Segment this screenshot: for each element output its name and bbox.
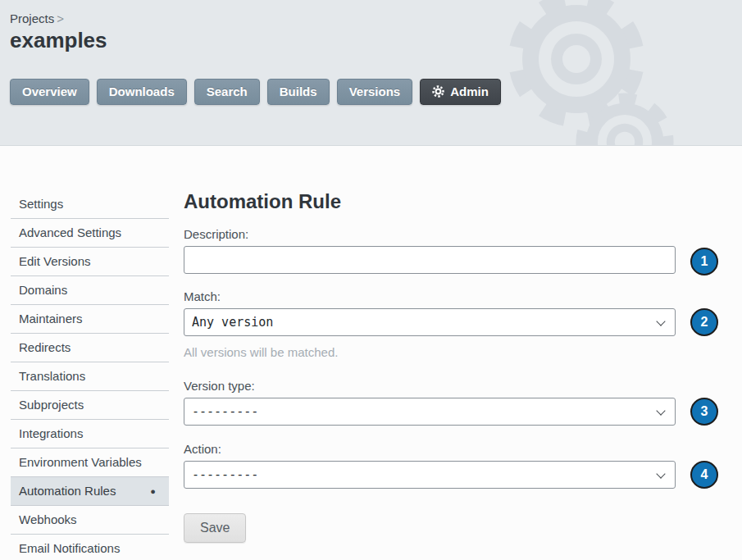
sidebar-item-settings[interactable]: Settings xyxy=(11,190,169,219)
sidebar-item-email-notifications[interactable]: Email Notifications xyxy=(11,535,169,560)
action-field: Action: --------- 4 xyxy=(184,442,676,489)
tab-builds[interactable]: Builds xyxy=(267,79,330,105)
breadcrumb-separator: > xyxy=(57,11,64,25)
tab-overview[interactable]: Overview xyxy=(10,79,89,105)
version-type-label: Version type: xyxy=(184,379,676,393)
tab-downloads[interactable]: Downloads xyxy=(97,79,187,105)
match-select[interactable]: Any version xyxy=(184,308,676,336)
action-label: Action: xyxy=(184,442,676,456)
step-badge-4: 4 xyxy=(690,461,718,489)
tab-versions[interactable]: Versions xyxy=(337,79,413,105)
form-title: Automation Rule xyxy=(184,190,676,213)
match-label: Match: xyxy=(184,289,676,303)
tab-admin-label: Admin xyxy=(450,84,489,98)
sidebar-item-integrations[interactable]: Integrations xyxy=(11,420,169,448)
project-header: Projects> examples Overview Downloads Se… xyxy=(0,0,742,146)
breadcrumb: Projects> xyxy=(10,11,742,25)
sidebar-item-environment-variables[interactable]: Environment Variables xyxy=(11,448,169,477)
description-input[interactable] xyxy=(184,246,676,274)
save-button[interactable]: Save xyxy=(184,513,246,543)
sidebar-item-automation-rules[interactable]: Automation Rules ● xyxy=(11,477,169,506)
sidebar-item-edit-versions[interactable]: Edit Versions xyxy=(11,248,169,276)
description-label: Description: xyxy=(184,227,676,241)
action-select[interactable]: --------- xyxy=(184,461,676,489)
tab-search[interactable]: Search xyxy=(194,79,260,105)
version-type-field: Version type: --------- 3 xyxy=(184,379,676,426)
match-field: Match: Any version 2 All versions will b… xyxy=(184,289,676,359)
sidebar-item-redirects[interactable]: Redirects xyxy=(11,334,169,362)
sidebar-item-subprojects[interactable]: Subprojects xyxy=(11,391,169,420)
tab-admin[interactable]: Admin xyxy=(420,79,501,105)
sidebar-item-translations[interactable]: Translations xyxy=(11,362,169,391)
sidebar-item-domains[interactable]: Domains xyxy=(11,276,169,305)
page-title: examples xyxy=(10,28,742,52)
project-nav: Overview Downloads Search Builds Version… xyxy=(10,79,742,105)
sidebar-item-webhooks[interactable]: Webhooks xyxy=(11,506,169,535)
step-badge-3: 3 xyxy=(690,398,718,426)
sidebar-item-maintainers[interactable]: Maintainers xyxy=(11,305,169,334)
automation-rule-form: Automation Rule Description: 1 Match: An… xyxy=(184,190,676,560)
step-badge-1: 1 xyxy=(690,248,718,275)
breadcrumb-projects-link[interactable]: Projects xyxy=(10,11,54,25)
step-badge-2: 2 xyxy=(690,308,718,336)
admin-content: Settings Advanced Settings Edit Versions… xyxy=(0,146,742,560)
match-help-text: All versions will be matched. xyxy=(184,345,676,359)
version-type-select[interactable]: --------- xyxy=(184,398,676,426)
sidebar-item-advanced-settings[interactable]: Advanced Settings xyxy=(11,219,169,248)
admin-sidebar: Settings Advanced Settings Edit Versions… xyxy=(11,190,169,560)
active-indicator-dot: ● xyxy=(150,484,156,499)
description-field: Description: 1 xyxy=(184,227,676,274)
gear-icon xyxy=(432,85,444,98)
